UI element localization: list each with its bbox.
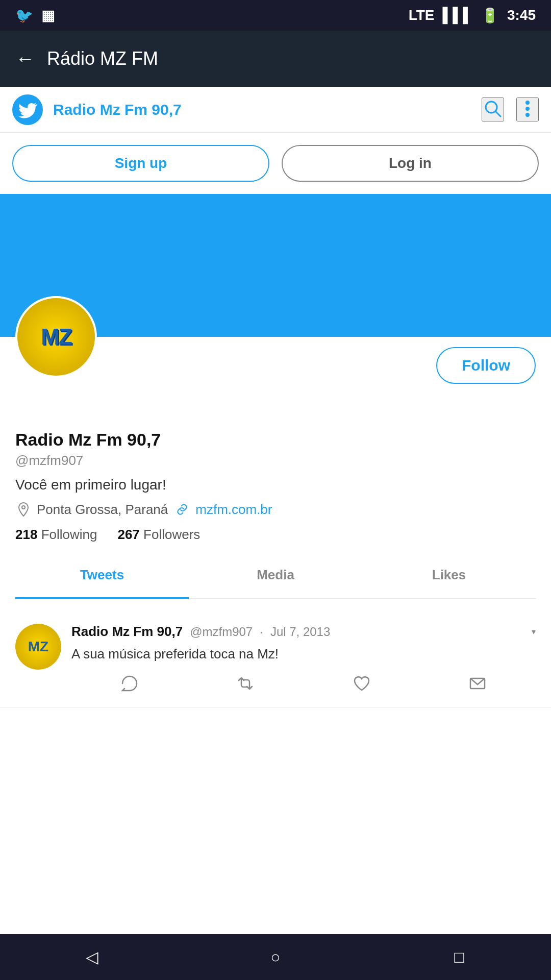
website-link[interactable]: mzfm.com.br	[195, 502, 272, 518]
tweet-content: Radio Mz Fm 90,7 @mzfm907 · Jul 7, 2013 …	[71, 624, 536, 693]
tweet-text: A sua música preferida toca na Mz!	[71, 645, 536, 663]
tweet-separator: ·	[260, 625, 263, 639]
tab-media[interactable]: Media	[189, 553, 362, 599]
retweet-button[interactable]	[236, 674, 255, 693]
tweet-avatar: MZ	[15, 624, 61, 670]
profile-location: Ponta Grossa, Paraná	[15, 501, 168, 518]
nav-home-button[interactable]: ○	[255, 937, 296, 977]
app-title: Rádio MZ FM	[47, 48, 158, 69]
location-text: Ponta Grossa, Paraná	[37, 502, 168, 518]
time-label: 3:45	[507, 7, 536, 23]
following-stat[interactable]: 218 Following	[15, 527, 97, 543]
profile-name: Radio Mz Fm 90,7	[15, 430, 536, 450]
reply-button[interactable]	[120, 674, 139, 693]
svg-point-5	[525, 113, 530, 117]
nav-back-icon: ◁	[86, 947, 98, 967]
envelope-icon	[468, 674, 487, 693]
search-icon	[483, 99, 503, 119]
tweet-author-handle: @mzfm907	[190, 625, 253, 639]
status-bar-right: LTE ▌▌▌ 🔋 3:45	[409, 7, 536, 24]
nav-home-icon: ○	[270, 948, 280, 967]
heart-icon	[353, 674, 371, 693]
svg-point-6	[22, 506, 25, 509]
profile-website: mzfm.com.br	[174, 501, 272, 518]
link-icon	[174, 501, 190, 518]
sim-icon: ▦	[41, 7, 55, 24]
more-options-button[interactable]	[516, 97, 539, 121]
log-in-button[interactable]: Log in	[282, 145, 539, 182]
avatar-wrapper: MZ	[15, 296, 97, 378]
status-bar: 🐦 ▦ LTE ▌▌▌ 🔋 3:45	[0, 0, 551, 31]
follow-button[interactable]: Follow	[436, 347, 536, 384]
tweet-date: Jul 7, 2013	[270, 625, 330, 639]
profile-meta: Ponta Grossa, Paraná mzfm.com.br	[15, 501, 536, 518]
svg-point-3	[525, 101, 530, 105]
profile-section: MZ Follow Radio Mz Fm 90,7 @mzfm907 Você…	[0, 337, 551, 609]
signal-icon: ▌▌▌	[442, 7, 473, 23]
search-button[interactable]	[482, 97, 504, 121]
profile-tabs: Tweets Media Likes	[15, 553, 536, 599]
retweet-icon	[236, 674, 255, 693]
profile-handle: @mzfm907	[15, 453, 536, 469]
tweet-actions	[71, 674, 536, 693]
tweet-expand-icon[interactable]: ▾	[532, 627, 536, 636]
nav-recents-button[interactable]: □	[439, 937, 480, 977]
location-icon	[15, 501, 32, 518]
tweet-header: Radio Mz Fm 90,7 @mzfm907 · Jul 7, 2013 …	[71, 624, 536, 640]
like-button[interactable]	[353, 674, 371, 693]
message-button[interactable]	[468, 674, 487, 693]
reply-icon	[120, 674, 139, 693]
avatar: MZ	[15, 296, 97, 378]
twitter-logo-icon	[12, 94, 43, 125]
svg-line-2	[495, 111, 500, 116]
status-bar-left: 🐦 ▦	[15, 7, 55, 24]
profile-bio: Você em primeiro lugar!	[15, 477, 536, 493]
profile-stats: 218 Following 267 Followers	[15, 527, 536, 543]
following-label: Following	[41, 527, 97, 542]
svg-point-4	[525, 107, 530, 111]
app-bar: ← Rádio MZ FM	[0, 31, 551, 87]
tab-tweets[interactable]: Tweets	[15, 553, 189, 599]
back-icon: ←	[15, 48, 35, 70]
nav-recents-icon: □	[454, 948, 464, 967]
tweet-avatar-logo: MZ	[28, 639, 48, 655]
lte-label: LTE	[409, 7, 435, 23]
followers-label: Followers	[143, 527, 200, 542]
notification-icon: 🐦	[15, 7, 33, 24]
following-count: 218	[15, 527, 37, 542]
sign-up-button[interactable]: Sign up	[12, 145, 269, 182]
auth-buttons-container: Sign up Log in	[0, 133, 551, 194]
bottom-nav: ◁ ○ □	[0, 934, 551, 980]
twitter-account-name: Radio Mz Fm 90,7	[53, 101, 482, 118]
tweet-item: MZ Radio Mz Fm 90,7 @mzfm907 · Jul 7, 20…	[0, 609, 551, 707]
followers-stat[interactable]: 267 Followers	[117, 527, 200, 543]
back-button[interactable]: ←	[15, 48, 35, 70]
nav-back-button[interactable]: ◁	[71, 937, 112, 977]
battery-icon: 🔋	[481, 7, 499, 24]
tweet-author-name: Radio Mz Fm 90,7	[71, 624, 183, 640]
tab-likes[interactable]: Likes	[362, 553, 536, 599]
followers-count: 267	[117, 527, 139, 542]
twitter-header-bar: Radio Mz Fm 90,7	[0, 87, 551, 133]
more-icon	[517, 99, 538, 119]
mz-logo-text: MZ	[41, 324, 71, 350]
